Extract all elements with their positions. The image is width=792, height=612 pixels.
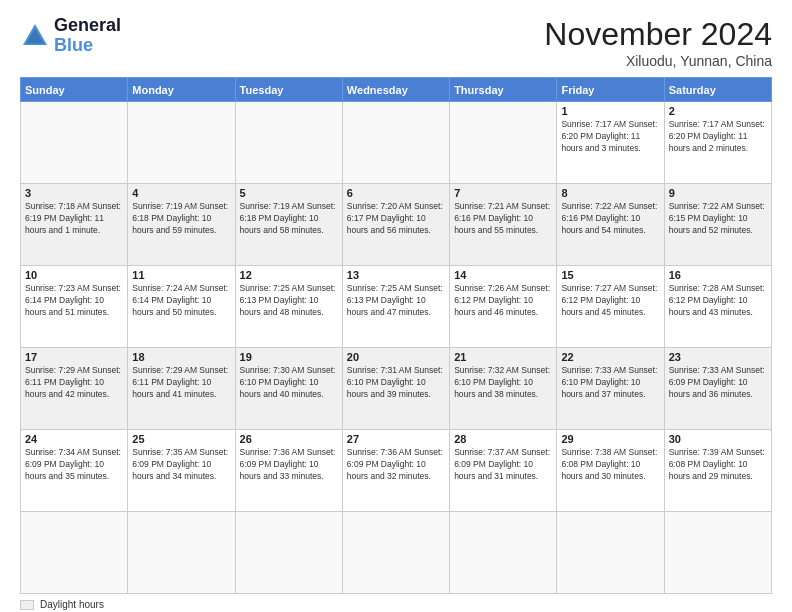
day-info: Sunrise: 7:24 AM Sunset: 6:14 PM Dayligh… xyxy=(132,283,230,319)
weekday-header-sunday: Sunday xyxy=(21,78,128,102)
location: Xiluodu, Yunnan, China xyxy=(544,53,772,69)
day-number: 22 xyxy=(561,351,659,363)
day-number: 15 xyxy=(561,269,659,281)
calendar-cell xyxy=(342,512,449,594)
calendar-cell xyxy=(664,512,771,594)
calendar-cell: 28Sunrise: 7:37 AM Sunset: 6:09 PM Dayli… xyxy=(450,430,557,512)
calendar-cell: 9Sunrise: 7:22 AM Sunset: 6:15 PM Daylig… xyxy=(664,184,771,266)
calendar-cell xyxy=(21,512,128,594)
calendar-cell: 2Sunrise: 7:17 AM Sunset: 6:20 PM Daylig… xyxy=(664,102,771,184)
day-info: Sunrise: 7:38 AM Sunset: 6:08 PM Dayligh… xyxy=(561,447,659,483)
calendar-row-2: 3Sunrise: 7:18 AM Sunset: 6:19 PM Daylig… xyxy=(21,184,772,266)
day-info: Sunrise: 7:22 AM Sunset: 6:16 PM Dayligh… xyxy=(561,201,659,237)
day-info: Sunrise: 7:37 AM Sunset: 6:09 PM Dayligh… xyxy=(454,447,552,483)
day-number: 27 xyxy=(347,433,445,445)
weekday-header-monday: Monday xyxy=(128,78,235,102)
day-number: 24 xyxy=(25,433,123,445)
calendar-cell: 12Sunrise: 7:25 AM Sunset: 6:13 PM Dayli… xyxy=(235,266,342,348)
calendar-cell xyxy=(21,102,128,184)
day-number: 20 xyxy=(347,351,445,363)
calendar-cell: 11Sunrise: 7:24 AM Sunset: 6:14 PM Dayli… xyxy=(128,266,235,348)
day-number: 8 xyxy=(561,187,659,199)
calendar-cell: 23Sunrise: 7:33 AM Sunset: 6:09 PM Dayli… xyxy=(664,348,771,430)
weekday-header-tuesday: Tuesday xyxy=(235,78,342,102)
calendar-cell: 26Sunrise: 7:36 AM Sunset: 6:09 PM Dayli… xyxy=(235,430,342,512)
calendar-cell: 18Sunrise: 7:29 AM Sunset: 6:11 PM Dayli… xyxy=(128,348,235,430)
calendar-cell: 13Sunrise: 7:25 AM Sunset: 6:13 PM Dayli… xyxy=(342,266,449,348)
day-info: Sunrise: 7:39 AM Sunset: 6:08 PM Dayligh… xyxy=(669,447,767,483)
day-info: Sunrise: 7:20 AM Sunset: 6:17 PM Dayligh… xyxy=(347,201,445,237)
calendar-cell: 8Sunrise: 7:22 AM Sunset: 6:16 PM Daylig… xyxy=(557,184,664,266)
day-info: Sunrise: 7:21 AM Sunset: 6:16 PM Dayligh… xyxy=(454,201,552,237)
calendar-cell: 15Sunrise: 7:27 AM Sunset: 6:12 PM Dayli… xyxy=(557,266,664,348)
day-number: 7 xyxy=(454,187,552,199)
day-number: 2 xyxy=(669,105,767,117)
legend-label: Daylight hours xyxy=(40,599,104,610)
day-info: Sunrise: 7:26 AM Sunset: 6:12 PM Dayligh… xyxy=(454,283,552,319)
calendar-cell: 4Sunrise: 7:19 AM Sunset: 6:18 PM Daylig… xyxy=(128,184,235,266)
page: GeneralBlue November 2024 Xiluodu, Yunna… xyxy=(0,0,792,612)
calendar-cell xyxy=(342,102,449,184)
day-info: Sunrise: 7:31 AM Sunset: 6:10 PM Dayligh… xyxy=(347,365,445,401)
calendar-cell: 29Sunrise: 7:38 AM Sunset: 6:08 PM Dayli… xyxy=(557,430,664,512)
month-title: November 2024 xyxy=(544,16,772,53)
calendar-cell: 3Sunrise: 7:18 AM Sunset: 6:19 PM Daylig… xyxy=(21,184,128,266)
calendar-cell: 6Sunrise: 7:20 AM Sunset: 6:17 PM Daylig… xyxy=(342,184,449,266)
calendar-row-5: 24Sunrise: 7:34 AM Sunset: 6:09 PM Dayli… xyxy=(21,430,772,512)
calendar-cell: 19Sunrise: 7:30 AM Sunset: 6:10 PM Dayli… xyxy=(235,348,342,430)
calendar-cell xyxy=(235,102,342,184)
logo-text: GeneralBlue xyxy=(54,16,121,56)
calendar-cell: 21Sunrise: 7:32 AM Sunset: 6:10 PM Dayli… xyxy=(450,348,557,430)
legend: Daylight hours xyxy=(20,599,772,610)
weekday-header-friday: Friday xyxy=(557,78,664,102)
day-number: 14 xyxy=(454,269,552,281)
calendar-cell: 22Sunrise: 7:33 AM Sunset: 6:10 PM Dayli… xyxy=(557,348,664,430)
day-number: 29 xyxy=(561,433,659,445)
calendar-row-4: 17Sunrise: 7:29 AM Sunset: 6:11 PM Dayli… xyxy=(21,348,772,430)
header: GeneralBlue November 2024 Xiluodu, Yunna… xyxy=(20,16,772,69)
calendar-cell: 1Sunrise: 7:17 AM Sunset: 6:20 PM Daylig… xyxy=(557,102,664,184)
day-info: Sunrise: 7:19 AM Sunset: 6:18 PM Dayligh… xyxy=(240,201,338,237)
day-info: Sunrise: 7:28 AM Sunset: 6:12 PM Dayligh… xyxy=(669,283,767,319)
day-info: Sunrise: 7:22 AM Sunset: 6:15 PM Dayligh… xyxy=(669,201,767,237)
calendar-cell xyxy=(235,512,342,594)
day-number: 3 xyxy=(25,187,123,199)
calendar-cell: 25Sunrise: 7:35 AM Sunset: 6:09 PM Dayli… xyxy=(128,430,235,512)
day-number: 9 xyxy=(669,187,767,199)
logo: GeneralBlue xyxy=(20,16,121,56)
calendar-cell: 30Sunrise: 7:39 AM Sunset: 6:08 PM Dayli… xyxy=(664,430,771,512)
calendar-cell: 24Sunrise: 7:34 AM Sunset: 6:09 PM Dayli… xyxy=(21,430,128,512)
title-block: November 2024 Xiluodu, Yunnan, China xyxy=(544,16,772,69)
day-number: 11 xyxy=(132,269,230,281)
calendar-cell xyxy=(450,512,557,594)
day-number: 5 xyxy=(240,187,338,199)
legend-box xyxy=(20,600,34,610)
weekday-header-saturday: Saturday xyxy=(664,78,771,102)
day-info: Sunrise: 7:29 AM Sunset: 6:11 PM Dayligh… xyxy=(132,365,230,401)
day-number: 18 xyxy=(132,351,230,363)
calendar-cell: 20Sunrise: 7:31 AM Sunset: 6:10 PM Dayli… xyxy=(342,348,449,430)
day-number: 19 xyxy=(240,351,338,363)
calendar-row-6 xyxy=(21,512,772,594)
calendar-cell: 10Sunrise: 7:23 AM Sunset: 6:14 PM Dayli… xyxy=(21,266,128,348)
day-number: 10 xyxy=(25,269,123,281)
calendar-cell: 5Sunrise: 7:19 AM Sunset: 6:18 PM Daylig… xyxy=(235,184,342,266)
day-number: 1 xyxy=(561,105,659,117)
day-number: 26 xyxy=(240,433,338,445)
weekday-header-thursday: Thursday xyxy=(450,78,557,102)
day-info: Sunrise: 7:25 AM Sunset: 6:13 PM Dayligh… xyxy=(240,283,338,319)
day-info: Sunrise: 7:33 AM Sunset: 6:10 PM Dayligh… xyxy=(561,365,659,401)
day-number: 13 xyxy=(347,269,445,281)
day-number: 6 xyxy=(347,187,445,199)
calendar-row-1: 1Sunrise: 7:17 AM Sunset: 6:20 PM Daylig… xyxy=(21,102,772,184)
day-info: Sunrise: 7:19 AM Sunset: 6:18 PM Dayligh… xyxy=(132,201,230,237)
day-info: Sunrise: 7:29 AM Sunset: 6:11 PM Dayligh… xyxy=(25,365,123,401)
weekday-header-row: SundayMondayTuesdayWednesdayThursdayFrid… xyxy=(21,78,772,102)
day-info: Sunrise: 7:18 AM Sunset: 6:19 PM Dayligh… xyxy=(25,201,123,237)
calendar-table: SundayMondayTuesdayWednesdayThursdayFrid… xyxy=(20,77,772,594)
calendar-cell: 17Sunrise: 7:29 AM Sunset: 6:11 PM Dayli… xyxy=(21,348,128,430)
calendar-cell xyxy=(128,512,235,594)
day-info: Sunrise: 7:32 AM Sunset: 6:10 PM Dayligh… xyxy=(454,365,552,401)
day-number: 25 xyxy=(132,433,230,445)
day-number: 30 xyxy=(669,433,767,445)
